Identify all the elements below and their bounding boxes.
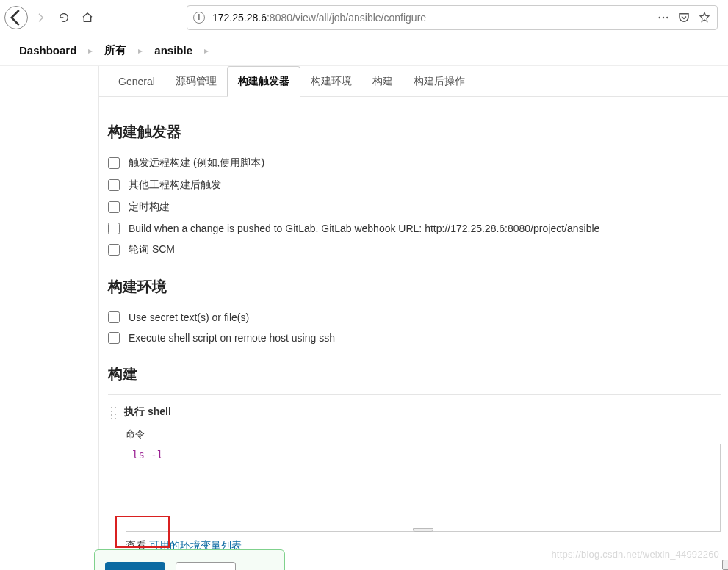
trigger-gitlab-row[interactable]: Build when a change is pushed to GitLab.… bbox=[108, 218, 721, 239]
main-body: General 源码管理 构建触发器 构建环境 构建 构建后操作 构建触发器 触… bbox=[0, 66, 728, 570]
trigger-after-other-label: 其他工程构建后触发 bbox=[129, 178, 221, 192]
arrow-left-icon bbox=[5, 7, 27, 29]
shell-command-editor[interactable]: ls -l bbox=[126, 444, 721, 532]
section-title-environment: 构建环境 bbox=[108, 277, 721, 297]
trigger-poll-scm-checkbox[interactable] bbox=[108, 244, 120, 256]
command-label: 命令 bbox=[108, 425, 721, 444]
tab-environment[interactable]: 构建环境 bbox=[300, 66, 362, 96]
url-actions bbox=[657, 11, 711, 24]
tab-general[interactable]: General bbox=[108, 66, 165, 96]
bookmark-star-icon[interactable] bbox=[698, 11, 711, 24]
tab-post-build[interactable]: 构建后操作 bbox=[403, 66, 475, 96]
tab-triggers[interactable]: 构建触发器 bbox=[227, 66, 300, 97]
trigger-after-other-row[interactable]: 其他工程构建后触发 bbox=[108, 174, 721, 196]
svg-point-2 bbox=[666, 16, 668, 18]
shell-command-editor-wrap: ls -l bbox=[126, 444, 721, 532]
chevron-right-icon: ▸ bbox=[78, 46, 103, 56]
section-title-build: 构建 bbox=[108, 364, 721, 384]
back-button[interactable] bbox=[4, 6, 28, 29]
breadcrumb: Dashboard ▸ 所有 ▸ ansible ▸ bbox=[0, 35, 728, 66]
breadcrumb-view-all[interactable]: 所有 bbox=[103, 40, 128, 60]
sidebar bbox=[0, 66, 99, 570]
build-step-header: 执行 shell bbox=[108, 401, 721, 425]
watermark: https://blog.csdn.net/weixin_44992260 bbox=[551, 549, 719, 560]
chevron-right-icon: ▸ bbox=[194, 46, 219, 56]
forward-button bbox=[29, 7, 51, 29]
home-button[interactable] bbox=[76, 7, 98, 29]
more-icon[interactable] bbox=[657, 11, 670, 24]
address-bar[interactable]: i 172.25.28.6:8080/view/all/job/ansible/… bbox=[187, 5, 718, 30]
scrollbar-vertical[interactable] bbox=[722, 560, 728, 570]
form-scroll-area: 构建触发器 触发远程构建 (例如,使用脚本) 其他工程构建后触发 定时构建 Bu… bbox=[99, 122, 728, 555]
svg-point-1 bbox=[663, 16, 664, 18]
env-ssh-remote-checkbox[interactable] bbox=[108, 332, 120, 344]
breadcrumb-dashboard[interactable]: Dashboard bbox=[18, 41, 78, 59]
tab-build[interactable]: 构建 bbox=[362, 66, 403, 96]
editor-gutter bbox=[126, 444, 129, 531]
env-secret-label: Use secret text(s) or file(s) bbox=[129, 311, 249, 323]
shell-command-line-1: ls -l bbox=[126, 444, 720, 465]
resize-grip-icon[interactable] bbox=[413, 528, 433, 532]
content: General 源码管理 构建触发器 构建环境 构建 构建后操作 构建触发器 触… bbox=[99, 66, 728, 570]
section-title-triggers: 构建触发器 bbox=[108, 122, 721, 142]
trigger-gitlab-checkbox[interactable] bbox=[108, 223, 120, 234]
build-step: 执行 shell 命令 ls -l 查看 可用的环境变量列表 bbox=[108, 394, 721, 555]
tab-scm[interactable]: 源码管理 bbox=[165, 66, 227, 96]
env-ssh-remote-row[interactable]: Execute shell script on remote host usin… bbox=[108, 328, 721, 348]
drag-handle-icon[interactable] bbox=[109, 405, 117, 419]
trigger-poll-scm-row[interactable]: 轮询 SCM bbox=[108, 239, 721, 261]
trigger-remote-row[interactable]: 触发远程构建 (例如,使用脚本) bbox=[108, 152, 721, 174]
apply-button[interactable] bbox=[176, 562, 236, 570]
nav-button-group bbox=[4, 6, 98, 29]
trigger-poll-scm-label: 轮询 SCM bbox=[129, 243, 175, 256]
trigger-gitlab-label: Build when a change is pushed to GitLab.… bbox=[129, 223, 599, 234]
svg-point-0 bbox=[659, 16, 660, 18]
url-text: 172.25.28.6:8080/view/all/job/ansible/co… bbox=[212, 12, 426, 24]
trigger-timed-row[interactable]: 定时构建 bbox=[108, 196, 721, 218]
trigger-timed-label: 定时构建 bbox=[129, 201, 170, 214]
build-step-title: 执行 shell bbox=[124, 405, 171, 419]
browser-toolbar: i 172.25.28.6:8080/view/all/job/ansible/… bbox=[0, 0, 728, 35]
breadcrumb-job[interactable]: ansible bbox=[153, 41, 194, 59]
save-button[interactable] bbox=[105, 562, 165, 570]
trigger-timed-checkbox[interactable] bbox=[108, 201, 120, 213]
trigger-after-other-checkbox[interactable] bbox=[108, 179, 120, 191]
save-popup bbox=[94, 549, 285, 570]
chevron-right-icon: ▸ bbox=[128, 46, 153, 56]
env-secret-checkbox[interactable] bbox=[108, 311, 120, 323]
trigger-remote-label: 触发远程构建 (例如,使用脚本) bbox=[129, 156, 264, 170]
site-info-icon[interactable]: i bbox=[193, 12, 205, 24]
arrow-right-icon bbox=[35, 12, 46, 24]
reload-icon bbox=[58, 12, 70, 24]
home-icon bbox=[82, 12, 93, 24]
reload-button[interactable] bbox=[53, 7, 75, 29]
pocket-icon[interactable] bbox=[677, 11, 691, 24]
trigger-remote-checkbox[interactable] bbox=[108, 157, 120, 169]
config-tabs: General 源码管理 构建触发器 构建环境 构建 构建后操作 bbox=[99, 66, 728, 97]
env-secret-row[interactable]: Use secret text(s) or file(s) bbox=[108, 307, 721, 328]
env-ssh-remote-label: Execute shell script on remote host usin… bbox=[129, 332, 335, 344]
